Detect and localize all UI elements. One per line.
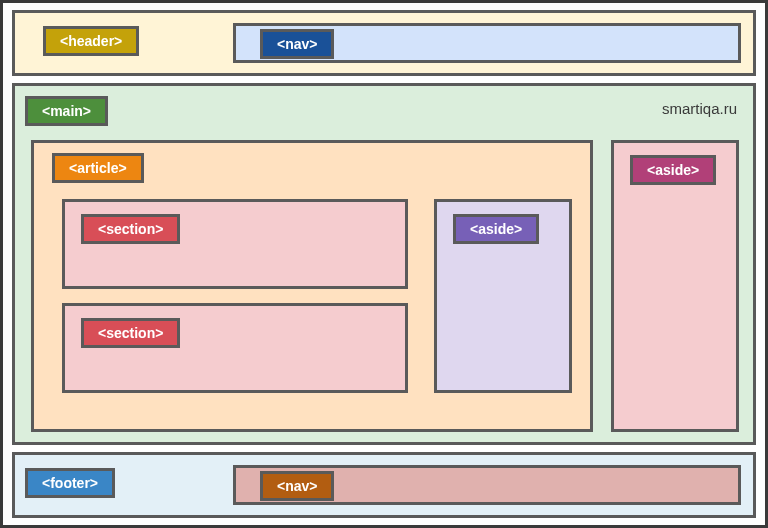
section-region-2: <section> [62, 303, 408, 393]
footer-nav-region: <nav> [233, 465, 741, 505]
article-label: <article> [52, 153, 144, 183]
section-region-1: <section> [62, 199, 408, 289]
header-nav-label: <nav> [260, 29, 334, 59]
article-region: <article> <section> <section> <aside> [31, 140, 593, 432]
article-aside-label: <aside> [453, 214, 539, 244]
footer-nav-label: <nav> [260, 471, 334, 501]
footer-label: <footer> [25, 468, 115, 498]
section-label-1: <section> [81, 214, 180, 244]
section-label-2: <section> [81, 318, 180, 348]
main-aside-region: <aside> [611, 140, 739, 432]
main-label: <main> [25, 96, 108, 126]
layout-diagram: <header> <nav> <main> smartiqa.ru <artic… [0, 0, 768, 528]
main-aside-label: <aside> [630, 155, 716, 185]
header-nav-region: <nav> [233, 23, 741, 63]
main-region: <main> smartiqa.ru <article> <section> <… [12, 83, 756, 445]
article-aside-region: <aside> [434, 199, 572, 393]
footer-region: <footer> <nav> [12, 452, 756, 518]
watermark-text: smartiqa.ru [662, 100, 737, 117]
header-region: <header> <nav> [12, 10, 756, 76]
header-label: <header> [43, 26, 139, 56]
